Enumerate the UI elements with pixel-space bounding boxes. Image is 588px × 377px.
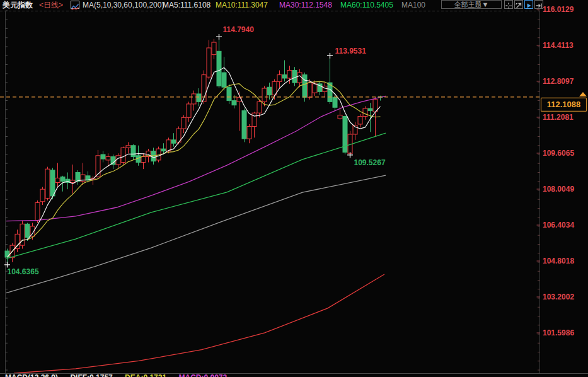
price-up-arrow-icon	[579, 92, 587, 96]
svg-text:113.9531: 113.9531	[335, 47, 367, 55]
sub-indicator-dea: DEA:0.1721	[125, 373, 166, 377]
page-forward-icon[interactable]	[534, 0, 543, 9]
toolbar: 美元指数 <日线> MA(5,10,30,60,100,200) MA5:111…	[0, 0, 588, 10]
region-select-icon[interactable]	[514, 0, 523, 9]
right-axis-labels: 116.0129114.4113112.8097111.2081109.6065…	[537, 5, 575, 337]
candles-layer	[5, 37, 383, 265]
ma100-label: MA100	[401, 1, 425, 9]
ma-line-ma60	[6, 133, 386, 258]
svg-text:101.5986: 101.5986	[543, 328, 574, 337]
mini-chart-icon[interactable]	[71, 1, 79, 9]
svg-text:112.1088: 112.1088	[547, 100, 581, 109]
candlestick-chart[interactable]: 114.7940113.9531109.5267104.6365116.0129…	[0, 0, 588, 377]
sub-indicator-macd: MACD:0.0072	[178, 373, 227, 377]
play-icon[interactable]	[524, 0, 533, 9]
theme-selector-button[interactable]: 全部主题▼	[441, 0, 502, 9]
sub-indicator-name: MACD(12,26,9)	[5, 373, 58, 377]
ma60-value: MA60:110.5405	[340, 1, 393, 9]
ma-group-label: MA(5,10,30,60,100,200)	[83, 1, 164, 9]
svg-text:104.8018: 104.8018	[543, 257, 574, 265]
crosshair-icon[interactable]	[504, 0, 513, 9]
svg-text:109.6065: 109.6065	[543, 149, 574, 158]
ma-line-ma100	[6, 175, 386, 293]
svg-text:109.5267: 109.5267	[354, 158, 386, 167]
symbol-title: 美元指数	[3, 1, 33, 9]
svg-text:106.4034: 106.4034	[543, 221, 574, 229]
svg-text:104.6365: 104.6365	[8, 267, 39, 276]
chart-app-window: { "toolbar": { "symbol": "美元指数", "period…	[0, 0, 588, 377]
svg-text:108.0049: 108.0049	[543, 185, 574, 194]
period-label[interactable]: <日线>	[39, 1, 63, 9]
ma-lines-layer	[6, 67, 386, 373]
axis-minor-ticks	[6, 11, 540, 370]
svg-text:111.2081: 111.2081	[543, 113, 574, 122]
ma-line-ma200	[14, 274, 384, 373]
ma10-value: MA10:111.3047	[216, 1, 268, 9]
sub-indicator-header: MACD(12,26,9) DIFF:0.1757 DEA:0.1721 MAC…	[5, 374, 237, 377]
svg-text:114.4113: 114.4113	[543, 41, 574, 50]
ma-line-ma30	[6, 96, 386, 221]
sub-indicator-diff: DIFF:0.1757	[70, 373, 112, 377]
svg-text:114.7940: 114.7940	[223, 25, 255, 34]
annotations-layer: 114.7940113.9531109.5267104.6365	[4, 25, 386, 276]
ma30-value: MA30:112.1548	[279, 1, 332, 9]
svg-text:112.8097: 112.8097	[543, 77, 574, 86]
svg-text:103.2002: 103.2002	[543, 293, 574, 301]
ma5-value: MA5:111.6108	[163, 1, 210, 9]
current-price-marker: 112.1088	[541, 92, 587, 112]
